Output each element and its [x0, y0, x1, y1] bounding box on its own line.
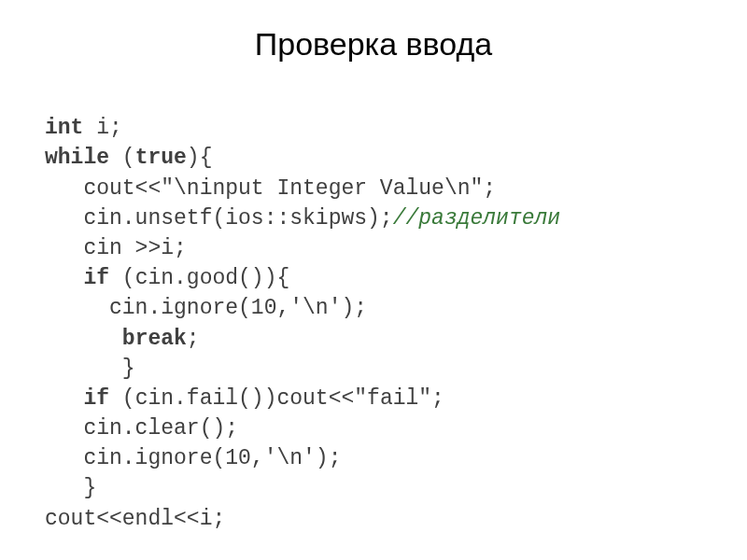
txt: (cin.good()){: [109, 266, 289, 290]
kw-if: if: [83, 266, 109, 290]
txt: cin.unsetf(ios::skipws);: [45, 206, 393, 231]
string-literal: "fail": [354, 386, 431, 411]
code-line-7: cin.ignore(10,'\n');: [45, 296, 367, 320]
txt: );: [316, 446, 342, 470]
code-line-9: }: [45, 357, 135, 381]
txt: );: [341, 296, 367, 320]
code-line-4: cin.unsetf(ios::skipws);//разделители: [45, 206, 560, 231]
code-line-5: cin >>i;: [45, 236, 187, 260]
slide-title: Проверка ввода: [0, 26, 747, 63]
string-literal: "\ninput Integer Value\n": [161, 176, 483, 201]
code-block: int i; while (true){ cout<<"\ninput Inte…: [0, 83, 747, 534]
code-line-2: while (true){: [45, 146, 212, 170]
code-line-6: if (cin.good()){: [45, 266, 289, 290]
txt: ;: [187, 327, 200, 351]
txt: ;: [431, 386, 444, 411]
code-line-1: int i;: [45, 116, 122, 140]
kw-true: true: [135, 146, 187, 170]
txt: [45, 386, 83, 411]
kw-while: while: [45, 146, 109, 170]
txt: [45, 266, 83, 290]
char-literal: '\n': [264, 446, 316, 470]
char-literal: '\n': [289, 296, 341, 320]
txt: (: [109, 146, 135, 170]
code-line-3: cout<<"\ninput Integer Value\n";: [45, 176, 496, 201]
code-line-14: cout<<endl<<i;: [45, 507, 225, 531]
txt: i;: [83, 116, 121, 140]
txt: [45, 327, 122, 351]
comment: //разделители: [393, 206, 560, 231]
kw-break: break: [122, 327, 187, 351]
txt: ){: [187, 146, 213, 170]
kw-if: if: [83, 386, 109, 411]
code-line-13: }: [45, 476, 96, 500]
txt: (cin.fail())cout<<: [109, 386, 354, 411]
code-line-12: cin.ignore(10,'\n');: [45, 446, 341, 470]
txt: cout<<: [45, 176, 161, 201]
txt: ;: [483, 176, 496, 201]
code-line-10: if (cin.fail())cout<<"fail";: [45, 386, 444, 411]
txt: cin.ignore(10,: [45, 446, 264, 470]
code-line-8: break;: [45, 327, 200, 351]
code-line-11: cin.clear();: [45, 416, 238, 441]
kw-int: int: [45, 116, 83, 140]
txt: cin.ignore(10,: [45, 296, 289, 320]
